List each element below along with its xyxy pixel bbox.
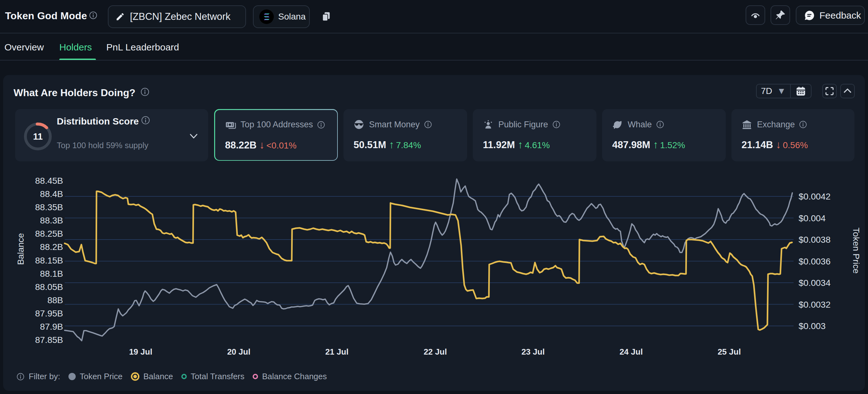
svg-text:Balance: Balance bbox=[16, 233, 26, 265]
svg-text:88.15B: 88.15B bbox=[35, 256, 63, 265]
svg-text:Token Price: Token Price bbox=[851, 228, 861, 273]
svg-text:24 Jul: 24 Jul bbox=[619, 347, 643, 357]
svg-text:$0.0036: $0.0036 bbox=[799, 257, 831, 266]
svg-text:88.2B: 88.2B bbox=[40, 242, 63, 252]
svg-text:$0.0042: $0.0042 bbox=[799, 192, 831, 201]
svg-text:21 Jul: 21 Jul bbox=[325, 347, 348, 357]
svg-text:87.9B: 87.9B bbox=[40, 322, 63, 332]
svg-text:$0.003: $0.003 bbox=[799, 321, 826, 331]
svg-text:$0.0038: $0.0038 bbox=[799, 235, 831, 244]
svg-text:87.95B: 87.95B bbox=[35, 308, 63, 318]
svg-text:88.05B: 88.05B bbox=[35, 282, 63, 292]
svg-text:88.45B: 88.45B bbox=[35, 176, 63, 186]
svg-text:$0.0032: $0.0032 bbox=[799, 300, 831, 309]
svg-text:19 Jul: 19 Jul bbox=[129, 347, 152, 357]
svg-text:25 Jul: 25 Jul bbox=[718, 347, 741, 357]
svg-text:88.4B: 88.4B bbox=[40, 189, 63, 199]
svg-text:88.1B: 88.1B bbox=[40, 269, 63, 278]
svg-text:88.3B: 88.3B bbox=[40, 216, 63, 225]
svg-text:87.85B: 87.85B bbox=[35, 335, 63, 345]
svg-text:$0.0034: $0.0034 bbox=[799, 278, 831, 288]
svg-text:88.35B: 88.35B bbox=[35, 202, 63, 212]
svg-text:20 Jul: 20 Jul bbox=[227, 347, 250, 357]
svg-text:23 Jul: 23 Jul bbox=[521, 347, 545, 357]
svg-text:$0.004: $0.004 bbox=[799, 214, 826, 223]
svg-text:88.25B: 88.25B bbox=[35, 229, 63, 239]
svg-text:88B: 88B bbox=[47, 295, 63, 305]
svg-text:22 Jul: 22 Jul bbox=[424, 347, 447, 357]
svg-text:11: 11 bbox=[33, 131, 43, 141]
